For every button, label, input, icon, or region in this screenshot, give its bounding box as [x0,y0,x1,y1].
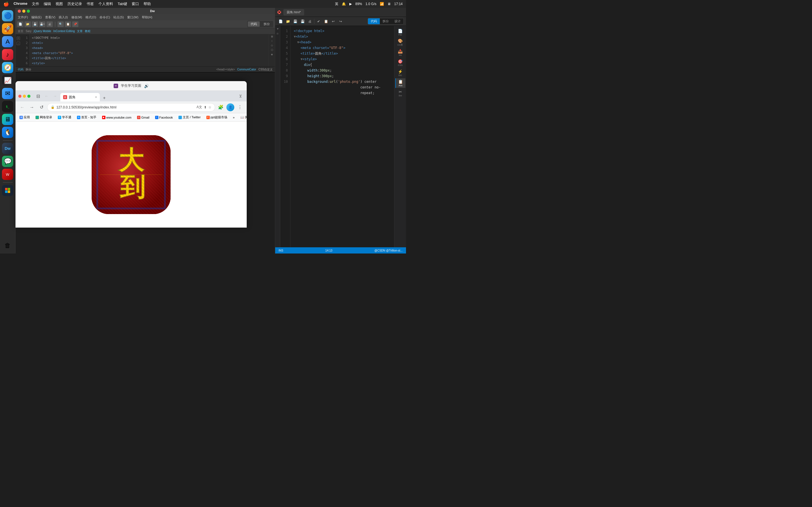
panel-sni[interactable]: ✂ Sni [395,89,405,98]
editor-tool-print[interactable]: 🖨 [307,18,313,24]
bm-youtube[interactable]: ▶ www.youtube.com [101,115,133,120]
menu-file[interactable]: 文件 [32,1,39,6]
bm-apps[interactable]: ⊞ 应用 [18,115,31,120]
dw-menu-cmd[interactable]: 命令(C) [100,15,110,19]
chrome-expand-icon[interactable]: ⊻ [237,93,244,100]
dock-mail[interactable]: ✉ [2,88,13,99]
menu-help[interactable]: 帮助 [144,1,151,6]
chrome-active-tab[interactable]: 圆 圆角 × [60,93,100,101]
chrome-minimize[interactable] [23,95,26,98]
chrome-refresh[interactable]: ↺ [38,103,45,111]
dw-min[interactable] [22,10,26,13]
dw-max[interactable] [27,10,30,13]
dw-right-icon-1[interactable]: ⊞ [271,36,273,38]
dock-terminal[interactable]: $_ [2,101,13,112]
editor-tool-copy[interactable]: 📋 [323,18,329,24]
dw-menu-modify[interactable]: 修改(M) [71,15,82,19]
editor-tool-open[interactable]: 📁 [285,18,291,24]
chrome-new-tab[interactable]: + [101,95,108,101]
share-icon[interactable]: ⬆ [204,105,207,109]
dw-right-icon-3[interactable]: ◇ [271,44,273,47]
editor-tool-check[interactable]: ✔ [315,18,322,24]
dw-right-icon-4[interactable]: ⬡ [271,48,273,51]
dock-launchpad[interactable]: 🚀 [2,23,13,34]
dock-stocks[interactable]: 📈 [2,75,13,86]
menu-profile[interactable]: 个人资料 [98,1,113,6]
dw-tool-print[interactable]: 🖨 [47,21,53,27]
editor-tool-redo[interactable]: ↪ [338,18,344,24]
dock-qq[interactable]: 🐧 [2,127,13,138]
dw-menu-window[interactable]: 窗口(W) [127,15,139,19]
chrome-maximize[interactable] [28,95,31,98]
menu-window[interactable]: 窗口 [132,1,139,6]
dw-menu-edit[interactable]: 编辑(E) [31,15,42,19]
dw-tool-paste[interactable]: 📌 [72,21,79,27]
chrome-close[interactable] [18,95,21,98]
dw-icon-1[interactable]: ⊡ [17,37,20,40]
dock-finder[interactable]: 🔵 [2,10,13,21]
editor-file-tab[interactable]: 圆角.html* [283,9,304,15]
dw-tool-new[interactable]: 📄 [17,21,23,27]
menu-edit[interactable]: 编辑 [44,1,51,6]
menu-bookmarks[interactable]: 书签 [87,1,94,6]
chrome-profile[interactable]: 👤 [226,103,234,111]
dw-tool-inspect[interactable]: 🔍 [57,21,64,27]
translate-icon[interactable]: A文 [197,105,202,110]
bm-twitter[interactable]: 🐦 主页 / Twitter [177,115,202,120]
dw-menu-site[interactable]: 站点(S) [113,15,124,19]
tab-design[interactable]: 设计 [392,18,403,24]
menu-wifi[interactable]: 📶 [380,2,384,6]
editor-tool-save[interactable]: 💾 [292,18,298,24]
dw-tool-copy[interactable]: 📋 [65,21,71,27]
bm-more[interactable]: » [232,115,236,120]
dw-article-link[interactable]: 文章 [77,29,83,33]
editor-tool-undo[interactable]: ↩ [330,18,336,24]
menu-notification[interactable]: 🔔 [342,2,346,6]
menu-tab[interactable]: Tab键 [117,1,127,6]
dw-tool-saveall[interactable]: 💾+ [39,21,45,27]
dock-music[interactable]: ♪ [2,49,13,60]
panel-cc[interactable]: 🎨 CC库 [395,38,405,47]
chrome-sidebar-toggle[interactable]: ⊟ [35,93,41,99]
menu-history[interactable]: 历史记录 [67,1,82,6]
bm-gmail[interactable]: G Gmail [136,115,151,120]
dock-wps[interactable]: W [2,169,13,180]
dock-wechat[interactable]: 💬 [2,156,13,167]
dw-status-code-tab[interactable]: 代码 [18,68,23,71]
dw-status-link[interactable]: CommuniCator [237,68,256,71]
dw-tab-split[interactable]: 拆分 [261,21,273,27]
editor-tool-new[interactable]: 📄 [277,18,284,24]
chrome-back[interactable]: ← [18,103,26,111]
dw-incontext-link[interactable]: InContext Editing [53,30,75,33]
menu-chrome[interactable]: Chrome [13,1,28,6]
dw-menu-view[interactable]: 查看(V) [45,15,56,19]
dw-tab-code[interactable]: 代码 [248,21,260,27]
tab-code[interactable]: 代码 [368,18,380,24]
bm-reader[interactable]: 📖 阅读清单 [239,115,247,120]
apple-menu[interactable]: 🍎 [3,1,9,7]
dw-tool-save[interactable]: 💾 [32,21,38,27]
dw-right-icon-2[interactable]: ↕ [271,40,273,42]
chrome-forward[interactable]: → [28,103,36,111]
dock-appstore[interactable]: A [2,36,13,47]
code-content[interactable]: <!doctype html> ▼ <html> ▼ <head> <meta … [290,26,394,247]
dw-menu-file[interactable]: 文件(F) [18,15,28,19]
bookmark-icon[interactable]: ☆ [208,105,211,109]
dw-right-icon-5[interactable]: ◈ [271,53,273,56]
dw-menu-format[interactable]: 格式(O) [86,15,96,19]
dw-menu-insert[interactable]: 插入(I) [59,15,68,19]
bm-netlogin[interactable]: 🌐 网络登录 [35,115,53,120]
bm-facebook[interactable]: f Facebook [154,115,174,120]
bm-ppt[interactable]: P ppt超级市场 [205,115,229,120]
menu-view[interactable]: 视图 [56,1,63,6]
menu-lang[interactable]: 英 [335,2,338,6]
dock-dw[interactable]: Dw [2,143,13,154]
panel-do[interactable]: ⚡ DO [395,68,405,78]
bm-xuetong[interactable]: 学 学不通 [57,115,72,120]
bm-zhihu[interactable]: 知 首页 - 知乎 [76,115,98,120]
chrome-ext-icon[interactable]: 🧩 [217,103,225,111]
dw-icon-2[interactable]: ↕ [17,42,20,45]
chrome-address-bar[interactable]: 🔒 127.0.0.1:50530/preview/app/index.html… [47,103,215,112]
dw-tutorial-link[interactable]: 教程 [85,29,91,33]
panel-file[interactable]: 📄 File [395,27,405,37]
